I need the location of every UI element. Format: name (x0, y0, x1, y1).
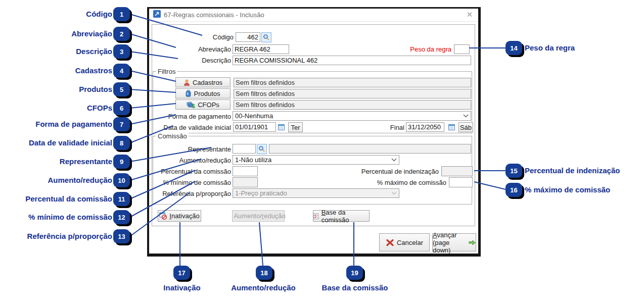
representante-lookup-button[interactable] (257, 144, 267, 154)
representante-code-input[interactable] (233, 144, 256, 154)
callout-badge-13: 13 (113, 229, 130, 243)
callout-badge-16: 16 (505, 183, 522, 197)
data-final-calendar-button[interactable] (447, 122, 456, 132)
callout-badge-11: 11 (113, 192, 130, 206)
callout-badge-9: 9 (113, 155, 130, 169)
callout-badge-4: 4 (113, 64, 130, 78)
callout-label-1: Código (86, 9, 112, 19)
codigo-input[interactable] (236, 32, 260, 42)
data-validade-label: Data de validade inicial (157, 123, 231, 132)
callout-label-2: Abreviação (71, 29, 112, 39)
peso-da-regra-label: Peso da regra (351, 45, 451, 54)
callout-badge-12: 12 (113, 210, 130, 224)
callout-label-18: Aumento/redução (220, 283, 306, 293)
abreviacao-label: Abreviação (157, 45, 231, 54)
callout-label-13: Referência p/proporção (27, 231, 112, 241)
cancel-icon (386, 239, 394, 246)
title-bar: 67-Regras comissionais - Inclusão ✕ (149, 9, 478, 22)
produtos-status-field: Sem filtros definidos (234, 89, 471, 98)
callout-badge-19: 19 (346, 266, 363, 280)
referencia-label: Referência p/proporção (157, 189, 231, 198)
cadastros-button[interactable]: Cadastros (175, 77, 231, 87)
callout-badge-14: 14 (505, 41, 522, 55)
callout-badge-5: 5 (113, 82, 130, 96)
abreviacao-input[interactable] (233, 44, 289, 54)
percentual-indenizacao-input (441, 166, 473, 176)
minimo-comissao-label: % mínimo de comissão (157, 178, 231, 187)
callout-label-3: Descrição (76, 46, 112, 57)
callout-label-17: Inativação (152, 283, 212, 293)
forma-pagamento-select[interactable]: 00-Nenhuma (233, 111, 471, 121)
calendar-icon (278, 124, 285, 130)
callout-badge-10: 10 (113, 173, 130, 187)
data-final-label: Final (351, 123, 404, 132)
cfops-button[interactable]: $ CFOPs (175, 99, 231, 110)
callout-badge-18: 18 (256, 266, 272, 280)
callout-badge-3: 3 (113, 44, 130, 59)
inativacao-button[interactable]: Inativação (158, 210, 201, 222)
descricao-label: Descrição (157, 56, 231, 65)
dialog-content: Código Abreviação Peso da regra Descriçã… (149, 22, 478, 254)
callout-badge-2: 2 (113, 27, 130, 41)
representante-name-field (269, 144, 471, 154)
produtos-button[interactable]: Produtos (175, 88, 231, 98)
codigo-label: Código (159, 33, 234, 42)
aumento-reducao-select[interactable]: 1-Não utiliza (233, 155, 399, 165)
percentual-indenizacao-label: Percentual de indenização (341, 167, 439, 176)
data-validade-calendar-button[interactable] (277, 122, 286, 132)
search-icon (258, 145, 265, 153)
callout-label-16: % máximo de comissão (525, 185, 610, 195)
product-icon (186, 90, 191, 97)
cfops-status-field: Sem filtros definidos (234, 100, 471, 110)
avancar-button[interactable]: Avançar(page down) (432, 233, 476, 251)
data-final-input[interactable] (406, 122, 444, 132)
callout-badge-8: 8 (113, 136, 130, 150)
callout-label-4: Cadastros (75, 66, 112, 76)
chevron-down-icon (391, 191, 397, 195)
callout-badge-17: 17 (173, 266, 190, 280)
person-icon (183, 79, 190, 86)
maximo-comissao-input[interactable] (449, 177, 473, 187)
callout-label-6: CFOPs (87, 103, 112, 113)
callout-label-12: % mínimo de comissão (28, 212, 112, 222)
callout-label-11: Percentual da comissão (25, 194, 112, 204)
percentual-comissao-label: Percentual da comissão (157, 167, 231, 176)
window-title: 67-Regras comissionais - Inclusão (164, 11, 264, 19)
base-comissao-button[interactable]: Base da comissão (313, 210, 370, 222)
representante-label: Representante (157, 145, 231, 154)
maximo-comissao-label: % máximo de comissão (351, 178, 446, 187)
inactivate-icon (159, 212, 167, 220)
checklist-icon (313, 213, 319, 220)
filtros-group-label: Filtros (156, 68, 177, 75)
data-validade-input[interactable] (233, 122, 276, 132)
data-final-weekday: Sáb (458, 122, 473, 132)
callout-label-8: Data de validade inicial (29, 138, 112, 148)
callout-label-19: Base da comissão (312, 283, 398, 293)
chevron-down-icon (391, 158, 397, 162)
callout-label-5: Produtos (79, 84, 112, 94)
descricao-input[interactable] (233, 56, 471, 65)
search-icon (263, 34, 270, 41)
dialog-regras-comissionais: 67-Regras comissionais - Inclusão ✕ Códi… (147, 7, 481, 257)
minimo-comissao-input (233, 177, 258, 187)
peso-da-regra-input[interactable] (454, 44, 470, 54)
aumento-reducao-label: Aumento/redução (157, 156, 231, 165)
app-icon (153, 10, 161, 20)
callout-label-7: Forma de pagamento (35, 119, 112, 129)
cancelar-button[interactable]: Cancelar (379, 233, 430, 251)
comissao-group-label: Comissão (156, 132, 189, 140)
callout-badge-15: 15 (505, 164, 522, 178)
callout-label-14: Peso da regra (525, 43, 575, 53)
codigo-lookup-button[interactable] (261, 32, 271, 42)
callout-badge-7: 7 (113, 117, 130, 131)
percentual-comissao-input[interactable] (233, 166, 258, 176)
advance-icon (469, 239, 476, 246)
callout-badge-1: 1 (113, 7, 130, 21)
close-icon[interactable]: ✕ (465, 10, 474, 19)
callout-label-15: Percentual de indenização (525, 166, 620, 176)
callout-label-9: Representante (60, 157, 112, 167)
callout-label-10: Aumento/redução (48, 175, 112, 185)
referencia-select: 1-Preço praticado (233, 188, 399, 198)
aumento-reducao-button: Aumento/redução (232, 210, 285, 222)
chevron-down-icon (463, 114, 469, 118)
